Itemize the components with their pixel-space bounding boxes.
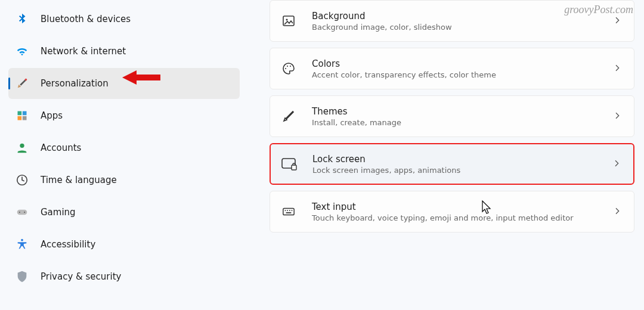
paintbrush-icon xyxy=(14,76,30,91)
bluetooth-icon xyxy=(14,11,30,27)
card-colors[interactable]: Colors Accent color, transparency effect… xyxy=(270,48,634,89)
sidebar-item-label: Accessibility xyxy=(41,239,233,250)
chevron-right-icon xyxy=(612,16,623,26)
chevron-right-icon xyxy=(612,111,623,122)
svg-rect-2 xyxy=(23,111,27,116)
card-title: Themes xyxy=(312,106,612,117)
sidebar-item-time-language[interactable]: Time & language xyxy=(8,165,240,196)
svg-point-10 xyxy=(21,239,23,241)
card-background[interactable]: Background Background image, color, slid… xyxy=(270,0,634,42)
svg-rect-3 xyxy=(18,116,22,120)
card-lock-screen[interactable]: Lock screen Lock screen images, apps, an… xyxy=(270,143,634,185)
brush-icon xyxy=(280,107,298,125)
sidebar-item-network[interactable]: Network & internet xyxy=(8,36,240,67)
card-subtitle: Lock screen images, apps, animations xyxy=(312,166,612,175)
svg-point-9 xyxy=(24,212,25,213)
svg-rect-17 xyxy=(292,165,296,170)
wifi-icon xyxy=(14,44,30,59)
chevron-right-icon xyxy=(612,159,623,169)
card-subtitle: Background image, color, slideshow xyxy=(312,23,612,32)
palette-icon xyxy=(280,60,298,78)
chevron-right-icon xyxy=(612,206,623,217)
sidebar-item-accounts[interactable]: Accounts xyxy=(8,132,240,163)
sidebar-item-label: Personalization xyxy=(41,78,233,89)
sidebar-item-bluetooth[interactable]: Bluetooth & devices xyxy=(8,4,240,35)
sidebar-item-label: Network & internet xyxy=(41,46,233,57)
card-subtitle: Install, create, manage xyxy=(312,118,612,127)
apps-icon xyxy=(14,108,30,123)
sidebar-item-label: Gaming xyxy=(41,207,233,218)
settings-sidebar: Bluetooth & devices Network & internet P… xyxy=(0,0,243,310)
sidebar-item-accessibility[interactable]: Accessibility xyxy=(8,229,240,260)
card-themes[interactable]: Themes Install, create, manage xyxy=(270,95,634,137)
personalization-panel: Background Background image, color, slid… xyxy=(243,0,644,310)
svg-point-5 xyxy=(20,144,24,148)
card-subtitle: Accent color, transparency effects, colo… xyxy=(312,70,612,79)
card-title: Background xyxy=(312,11,612,21)
card-text: Colors Accent color, transparency effect… xyxy=(312,58,612,79)
sidebar-item-personalization[interactable]: Personalization xyxy=(8,68,240,99)
card-text: Background Background image, color, slid… xyxy=(312,11,612,32)
accessibility-icon xyxy=(14,237,30,252)
svg-rect-1 xyxy=(18,111,22,116)
gamepad-icon xyxy=(14,204,30,220)
card-title: Lock screen xyxy=(312,154,612,165)
card-text: Lock screen Lock screen images, apps, an… xyxy=(312,154,612,175)
svg-point-14 xyxy=(287,66,288,67)
sidebar-item-label: Privacy & security xyxy=(41,271,233,282)
sidebar-item-label: Bluetooth & devices xyxy=(41,14,233,24)
card-subtitle: Touch keyboard, voice typing, emoji and … xyxy=(312,213,612,222)
sidebar-item-gaming[interactable]: Gaming xyxy=(8,197,240,228)
svg-point-0 xyxy=(25,79,27,81)
card-text: Themes Install, create, manage xyxy=(312,106,612,127)
svg-point-8 xyxy=(19,212,20,213)
svg-rect-18 xyxy=(283,209,294,215)
card-title: Colors xyxy=(312,58,612,69)
lock-screen-icon xyxy=(280,155,298,173)
svg-rect-4 xyxy=(23,116,27,120)
chevron-right-icon xyxy=(612,63,623,74)
sidebar-item-privacy-security[interactable]: Privacy & security xyxy=(8,261,240,292)
sidebar-item-label: Apps xyxy=(41,110,233,121)
card-title: Text input xyxy=(312,202,612,212)
svg-rect-7 xyxy=(17,210,27,215)
keyboard-icon xyxy=(280,203,298,221)
card-text-input[interactable]: Text input Touch keyboard, voice typing,… xyxy=(270,191,634,232)
svg-point-15 xyxy=(290,66,291,67)
svg-point-12 xyxy=(286,19,288,21)
person-icon xyxy=(14,140,30,156)
sidebar-item-apps[interactable]: Apps xyxy=(8,100,240,131)
sidebar-item-label: Accounts xyxy=(41,142,233,153)
sidebar-item-label: Time & language xyxy=(41,175,233,185)
shield-icon xyxy=(14,269,30,284)
svg-point-13 xyxy=(285,68,286,69)
image-icon xyxy=(280,12,298,30)
clock-globe-icon xyxy=(14,172,30,188)
card-text: Text input Touch keyboard, voice typing,… xyxy=(312,202,612,222)
